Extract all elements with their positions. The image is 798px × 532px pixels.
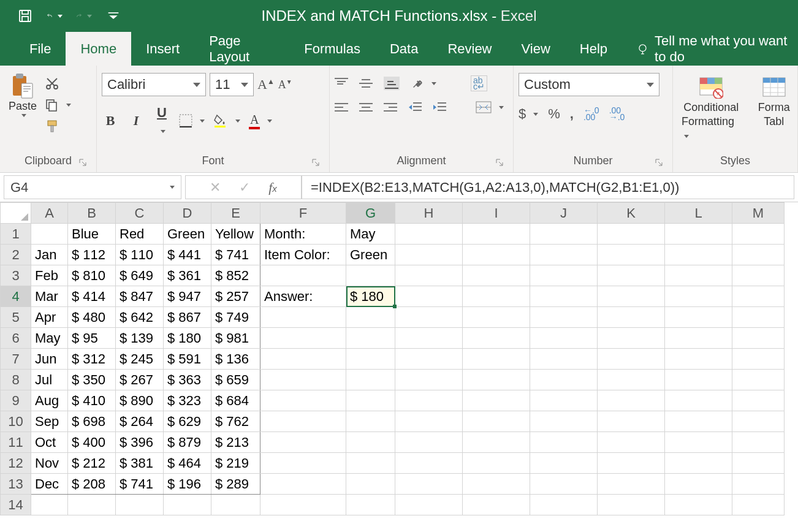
cell-L10[interactable]	[665, 411, 732, 432]
row-header-10[interactable]: 10	[1, 411, 31, 432]
cell-L5[interactable]	[665, 307, 732, 328]
cell-A5[interactable]: Apr	[31, 307, 68, 328]
cell-H8[interactable]	[395, 370, 463, 390]
cell-K8[interactable]	[598, 370, 665, 390]
cell-B5[interactable]: $ 480	[68, 307, 116, 328]
undo-icon[interactable]	[47, 8, 63, 24]
cell-A3[interactable]: Feb	[31, 265, 68, 286]
cell-B3[interactable]: $ 810	[68, 265, 116, 286]
cell-G11[interactable]	[346, 432, 395, 453]
cell-L9[interactable]	[665, 390, 732, 411]
cell-D8[interactable]: $ 363	[164, 370, 211, 390]
cell-F10[interactable]	[260, 411, 346, 432]
decrease-indent-icon[interactable]	[408, 102, 422, 113]
cell-F9[interactable]	[260, 390, 346, 411]
cell-C14[interactable]	[116, 495, 164, 515]
cell-H5[interactable]	[395, 307, 463, 328]
cell-B11[interactable]: $ 400	[68, 432, 116, 453]
row-header-11[interactable]: 11	[1, 432, 31, 453]
select-all-corner[interactable]	[1, 203, 31, 224]
cell-D5[interactable]: $ 867	[164, 307, 211, 328]
alignment-dialog-launcher-icon[interactable]	[496, 159, 506, 169]
cell-J12[interactable]	[530, 453, 598, 474]
cell-D2[interactable]: $ 441	[164, 245, 211, 265]
cell-J14[interactable]	[530, 495, 598, 515]
cell-F2[interactable]: Item Color:	[260, 245, 346, 265]
decrease-decimal-button[interactable]: .00→.0	[609, 107, 625, 121]
cell-I2[interactable]	[463, 245, 530, 265]
cell-C2[interactable]: $ 110	[116, 245, 164, 265]
cell-C8[interactable]: $ 267	[116, 370, 164, 390]
col-header-K[interactable]: K	[598, 203, 665, 224]
cell-F6[interactable]	[260, 328, 346, 349]
cell-K5[interactable]	[598, 307, 665, 328]
cell-A1[interactable]	[31, 224, 68, 245]
cell-I5[interactable]	[463, 307, 530, 328]
cell-C6[interactable]: $ 139	[116, 328, 164, 349]
cell-G12[interactable]	[346, 453, 395, 474]
tab-data[interactable]: Data	[375, 32, 433, 66]
align-center-icon[interactable]	[359, 102, 373, 112]
cell-F14[interactable]	[260, 495, 346, 515]
cell-D12[interactable]: $ 464	[164, 453, 211, 474]
cell-D6[interactable]: $ 180	[164, 328, 211, 349]
cell-C5[interactable]: $ 642	[116, 307, 164, 328]
cell-G6[interactable]	[346, 328, 395, 349]
row-header-1[interactable]: 1	[1, 224, 31, 245]
cell-K11[interactable]	[598, 432, 665, 453]
number-format-combo[interactable]: Custom	[519, 73, 659, 96]
cell-K3[interactable]	[598, 265, 665, 286]
cell-K14[interactable]	[598, 495, 665, 515]
row-header-3[interactable]: 3	[1, 265, 31, 286]
cell-K10[interactable]	[598, 411, 665, 432]
row-header-8[interactable]: 8	[1, 370, 31, 390]
col-header-L[interactable]: L	[665, 203, 732, 224]
format-as-table-button[interactable]: Forma Tabl	[755, 74, 792, 128]
cell-M7[interactable]	[732, 349, 785, 370]
font-dialog-launcher-icon[interactable]	[312, 159, 322, 169]
cell-B2[interactable]: $ 112	[68, 245, 116, 265]
cell-E13[interactable]: $ 289	[211, 474, 260, 495]
cut-icon[interactable]	[44, 75, 60, 91]
cell-D13[interactable]: $ 196	[164, 474, 211, 495]
insert-function-icon[interactable]: fx	[268, 180, 277, 196]
cell-H2[interactable]	[395, 245, 463, 265]
cell-J11[interactable]	[530, 432, 598, 453]
cell-A13[interactable]: Dec	[31, 474, 68, 495]
cell-M10[interactable]	[732, 411, 785, 432]
col-header-M[interactable]: M	[732, 203, 785, 224]
borders-icon[interactable]	[179, 114, 205, 127]
cell-K12[interactable]	[598, 453, 665, 474]
cell-L8[interactable]	[665, 370, 732, 390]
cell-E14[interactable]	[211, 495, 260, 515]
name-box[interactable]: G4	[4, 175, 181, 199]
italic-button[interactable]: I	[127, 113, 145, 129]
font-name-combo[interactable]: Calibri	[102, 73, 206, 96]
cell-M5[interactable]	[732, 307, 785, 328]
cell-C4[interactable]: $ 847	[116, 286, 164, 307]
cell-J5[interactable]	[530, 307, 598, 328]
cell-F1[interactable]: Month:	[260, 224, 346, 245]
cell-M12[interactable]	[732, 453, 785, 474]
cell-H1[interactable]	[395, 224, 463, 245]
cell-J10[interactable]	[530, 411, 598, 432]
tab-insert[interactable]: Insert	[131, 32, 194, 66]
cell-H11[interactable]	[395, 432, 463, 453]
cell-K9[interactable]	[598, 390, 665, 411]
row-header-6[interactable]: 6	[1, 328, 31, 349]
col-header-D[interactable]: D	[164, 203, 211, 224]
cell-H9[interactable]	[395, 390, 463, 411]
cell-K13[interactable]	[598, 474, 665, 495]
cell-I6[interactable]	[463, 328, 530, 349]
cell-F5[interactable]	[260, 307, 346, 328]
wrap-text-icon[interactable]: abc↵	[471, 75, 487, 91]
cell-L3[interactable]	[665, 265, 732, 286]
cell-B6[interactable]: $ 95	[68, 328, 116, 349]
cell-A14[interactable]	[31, 495, 68, 515]
cell-M1[interactable]	[732, 224, 785, 245]
cell-I7[interactable]	[463, 349, 530, 370]
row-header-14[interactable]: 14	[1, 495, 31, 515]
cell-G8[interactable]	[346, 370, 395, 390]
cell-A11[interactable]: Oct	[31, 432, 68, 453]
cell-F3[interactable]	[260, 265, 346, 286]
